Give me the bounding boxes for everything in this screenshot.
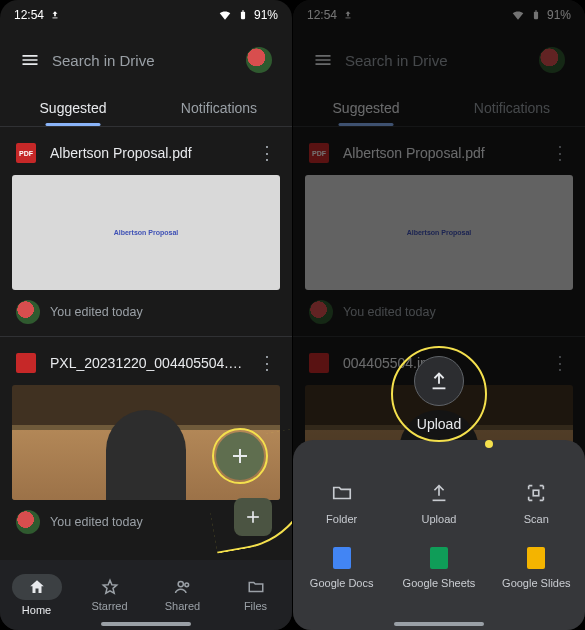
sheet-item-slides[interactable]: Google Slides (488, 547, 585, 589)
wifi-icon (218, 8, 232, 22)
file-thumbnail[interactable]: Albertson Proposal (305, 175, 573, 290)
battery-percent: 91% (547, 8, 571, 22)
thumbnail-caption: Albertson Proposal (114, 229, 179, 236)
upload-highlight-bubble: Upload (414, 356, 464, 432)
svg-rect-8 (534, 490, 540, 496)
file-meta: You edited today (50, 305, 143, 319)
sheet-item-docs[interactable]: Google Docs (293, 547, 390, 589)
sheet-item-upload[interactable]: Upload (390, 481, 487, 525)
editor-avatar (16, 300, 40, 324)
tab-notifications[interactable]: Notifications (439, 90, 585, 126)
battery-percent: 91% (254, 8, 278, 22)
plus-icon (243, 507, 263, 527)
nav-home[interactable]: Home (0, 560, 73, 630)
svg-point-3 (178, 581, 183, 586)
bottom-nav: Home Starred Shared Files (0, 560, 292, 630)
sheet-label: Google Docs (310, 577, 374, 589)
more-icon[interactable]: ⋮ (551, 354, 569, 372)
sheet-label: Scan (524, 513, 549, 525)
search-bar[interactable]: Search in Drive (10, 38, 282, 82)
sheet-label: Folder (326, 513, 357, 525)
nav-starred[interactable]: Starred (73, 560, 146, 630)
svg-rect-5 (346, 18, 351, 19)
sheet-item-scan[interactable]: Scan (488, 481, 585, 525)
status-bar: 12:54 91% (0, 0, 292, 30)
tab-suggested[interactable]: Suggested (0, 90, 146, 126)
upload-icon (428, 370, 450, 392)
phone-left: 12:54 91% Search in Drive Suggested Noti… (0, 0, 292, 630)
scan-icon (524, 481, 548, 505)
nav-label: Shared (165, 600, 200, 612)
file-name: Albertson Proposal.pdf (50, 145, 244, 161)
wifi-icon (511, 8, 525, 22)
editor-avatar (309, 300, 333, 324)
pdf-icon: PDF (16, 143, 36, 163)
tabs: Suggested Notifications (0, 90, 292, 126)
svg-rect-7 (535, 10, 537, 11)
avatar[interactable] (246, 47, 272, 73)
sheet-label: Google Sheets (403, 577, 476, 589)
search-bar[interactable]: Search in Drive (303, 38, 575, 82)
upload-label: Upload (417, 416, 461, 432)
folder-icon (330, 481, 354, 505)
tab-suggested[interactable]: Suggested (293, 90, 439, 126)
svg-point-4 (184, 583, 188, 587)
battery-icon (238, 8, 248, 22)
plus-icon (228, 444, 252, 468)
file-thumbnail[interactable]: Albertson Proposal (12, 175, 280, 290)
file-card-pdf[interactable]: PDF Albertson Proposal.pdf ⋮ Albertson P… (293, 127, 585, 336)
tab-notifications[interactable]: Notifications (146, 90, 292, 126)
status-time: 12:54 (14, 8, 44, 22)
image-icon (309, 353, 329, 373)
nav-label: Starred (91, 600, 127, 612)
file-card-pdf[interactable]: PDF Albertson Proposal.pdf ⋮ Albertson P… (0, 127, 292, 336)
nav-shared[interactable]: Shared (146, 560, 219, 630)
more-icon[interactable]: ⋮ (258, 144, 276, 162)
pdf-icon: PDF (309, 143, 329, 163)
image-icon (16, 353, 36, 373)
more-icon[interactable]: ⋮ (258, 354, 276, 372)
phone-right: 12:54 91% Search in Drive Suggested Noti… (293, 0, 585, 630)
home-icon (28, 578, 46, 596)
more-icon[interactable]: ⋮ (551, 144, 569, 162)
home-indicator (101, 622, 191, 626)
sheet-item-sheets[interactable]: Google Sheets (390, 547, 487, 589)
fab-new-button[interactable] (216, 432, 264, 480)
thumbnail-caption: Albertson Proposal (407, 229, 472, 236)
svg-rect-2 (242, 10, 244, 11)
upload-button[interactable] (414, 356, 464, 406)
search-placeholder: Search in Drive (52, 52, 234, 69)
file-meta: You edited today (343, 305, 436, 319)
svg-rect-6 (534, 12, 538, 20)
slides-icon (527, 547, 545, 569)
sheet-label: Google Slides (502, 577, 571, 589)
file-meta: You edited today (50, 515, 143, 529)
svg-rect-0 (53, 18, 58, 19)
sheet-label: Upload (422, 513, 457, 525)
folder-icon (247, 578, 265, 596)
home-indicator (394, 622, 484, 626)
sheets-icon (430, 547, 448, 569)
search-placeholder: Search in Drive (345, 52, 527, 69)
menu-icon[interactable] (313, 50, 333, 70)
nav-files[interactable]: Files (219, 560, 292, 630)
fab-secondary-button[interactable] (234, 498, 272, 536)
upload-indicator-icon (50, 10, 60, 20)
avatar[interactable] (539, 47, 565, 73)
svg-rect-1 (241, 12, 245, 20)
battery-icon (531, 8, 541, 22)
menu-icon[interactable] (20, 50, 40, 70)
new-bottom-sheet: Folder Upload Scan Google Docs Google Sh… (293, 440, 585, 630)
file-name: PXL_20231220_004405504.jpg (50, 355, 244, 371)
sheet-item-folder[interactable]: Folder (293, 481, 390, 525)
status-time: 12:54 (307, 8, 337, 22)
nav-label: Files (244, 600, 267, 612)
nav-label: Home (22, 604, 51, 616)
star-icon (101, 578, 119, 596)
upload-indicator-icon (343, 10, 353, 20)
upload-icon (427, 481, 451, 505)
file-name: Albertson Proposal.pdf (343, 145, 537, 161)
docs-icon (333, 547, 351, 569)
people-icon (174, 578, 192, 596)
status-bar: 12:54 91% (293, 0, 585, 30)
